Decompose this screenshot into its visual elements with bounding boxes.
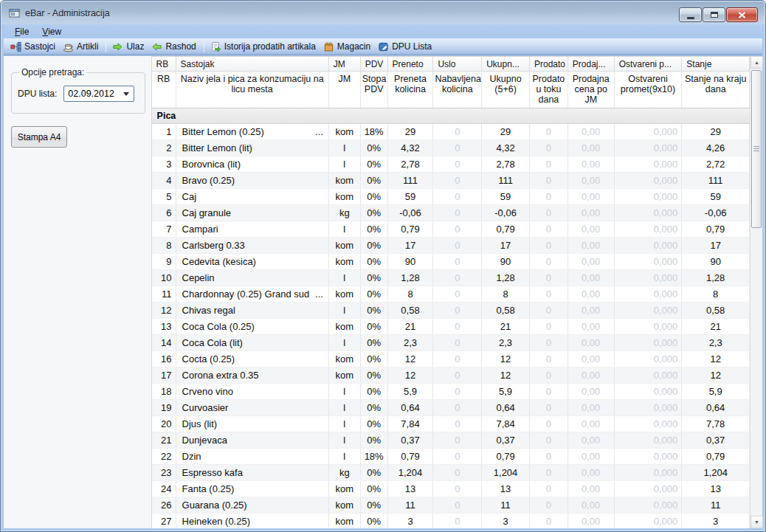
table-row[interactable]: 27Heineken (0.25)kom0%30300,000,0003 xyxy=(152,514,750,528)
cell-prodajna: 0,00 xyxy=(568,481,615,497)
cell-prodajna: 0,00 xyxy=(568,514,615,528)
table-row[interactable]: 2Bitter Lemon (lit)l0%4,3204,3200,000,00… xyxy=(152,140,750,156)
table-row[interactable]: 13Coca Cola (0.25)kom0%2102100,000,00021 xyxy=(152,319,750,335)
column-subheader-rb: RB xyxy=(152,72,176,108)
table-row[interactable]: 20Djus (lit)l0%7,8407,8400,000,0007,78 xyxy=(152,416,750,432)
item-name: Cedevita (kesica) xyxy=(182,256,256,267)
table-row[interactable]: 3Borovnica (lit)l0%2,7802,7800,000,0002,… xyxy=(152,156,750,173)
scroll-down-button[interactable]: ▼ xyxy=(751,516,763,528)
table-row[interactable]: 18Crveno vinol0%5,905,900,000,0005,9 xyxy=(152,384,750,400)
column-header-prodato[interactable]: Prodato xyxy=(530,57,568,71)
table-row[interactable]: 5Cajkom0%5905900,000,00059 xyxy=(152,189,750,205)
cell-rb: 4 xyxy=(152,173,176,188)
table-row[interactable]: 11Chardonnay (0.25) Grand sud...kom0%808… xyxy=(152,286,750,303)
cell-stanje: 2,72 xyxy=(682,156,750,172)
cell-preneto: 2,78 xyxy=(388,156,434,172)
cell-prodajna: 0,00 xyxy=(568,124,615,139)
table-row[interactable]: 26Guarana (0.25)kom0%1101100,000,00011 xyxy=(152,497,750,514)
cell-uslo: 0 xyxy=(433,303,482,318)
cell-jm: l xyxy=(329,156,361,172)
table-row[interactable]: 6Caj granulekg0%-0,060-0,0600,000,000-0,… xyxy=(152,205,750,221)
column-header-uslo[interactable]: Uslo xyxy=(433,57,482,71)
cell-preneto: 0,58 xyxy=(388,303,434,318)
column-header-sastojak[interactable]: Sastojak xyxy=(176,57,329,71)
cell-stanje: 0,37 xyxy=(682,432,750,448)
istorija-prodatih-artikala-button[interactable]: Istorija prodatih artikala xyxy=(207,41,320,53)
column-header-preneto[interactable]: Preneto xyxy=(388,57,434,71)
cell-stanje: 1,28 xyxy=(682,270,750,286)
table-row[interactable]: 12Chivas regall0%0,5800,5800,000,0000,58 xyxy=(152,303,750,319)
column-header-jm[interactable]: JM xyxy=(329,57,361,71)
cell-jm: l xyxy=(329,449,361,464)
cell-ukupno: 2,3 xyxy=(482,335,530,350)
cell-pdv: 0% xyxy=(361,238,388,253)
cell-prodajna: 0,00 xyxy=(568,270,615,286)
table-row[interactable]: 4Bravo (0.25)kom0%111011100,000,000111 xyxy=(152,173,750,189)
table-row[interactable]: 22Dzinl18%0,7900,7900,000,0000,79 xyxy=(152,449,750,465)
cell-stanje: 29 xyxy=(682,124,750,139)
arrow-left-icon xyxy=(151,41,162,52)
table-row[interactable]: 16Cocta (0.25)kom0%1201200,000,00012 xyxy=(152,351,750,367)
table-row[interactable]: 21Dunjevacal0%0,3700,3700,000,0000,37 xyxy=(152,432,750,449)
cell-stanje: 0,64 xyxy=(682,400,750,415)
cell-jm: l xyxy=(329,384,361,399)
artikli-button[interactable]: Artikli xyxy=(60,41,103,53)
magacin-label: Magacin xyxy=(337,41,370,52)
magacin-button[interactable]: Magacin xyxy=(320,41,375,53)
table-row[interactable]: 10Cepelinl0%1,2801,2800,000,0001,28 xyxy=(152,270,750,286)
dpu-lista-combobox[interactable]: 02.09.2012 xyxy=(63,86,134,102)
dpu-lista-button[interactable]: DPU Lista xyxy=(375,41,436,53)
close-button[interactable] xyxy=(726,7,758,22)
restore-button[interactable] xyxy=(703,7,725,22)
table-row[interactable]: 7Camparil0%0,7900,7900,000,0000,79 xyxy=(152,221,750,238)
column-header-ostvareni[interactable]: Ostvareni p... xyxy=(615,57,683,71)
cell-sastojak: Heineken (0.25) xyxy=(176,514,329,528)
cell-uslo: 0 xyxy=(433,205,482,221)
cell-jm: kom xyxy=(329,173,361,188)
column-header-pdv[interactable]: PDV xyxy=(361,57,388,71)
sastojci-button[interactable]: Sastojci xyxy=(7,41,60,53)
cell-ostvareni: 0,000 xyxy=(615,465,683,480)
column-header-ukupno[interactable]: Ukupn... xyxy=(482,57,530,71)
item-name: Espresso kafa xyxy=(182,467,243,478)
menu-view[interactable]: View xyxy=(35,25,68,38)
ulaz-button[interactable]: Ulaz xyxy=(109,41,148,53)
minimize-button[interactable] xyxy=(679,7,702,22)
column-header-rb[interactable]: RB xyxy=(152,57,176,71)
table-row[interactable]: 1Bitter Lemon (0.25)...kom18%2902900,000… xyxy=(152,124,750,140)
table-row[interactable]: 9Cedevita (kesica)kom0%9009000,000,00090 xyxy=(152,254,750,270)
vertical-scrollbar[interactable]: ▲ ▼ xyxy=(750,56,762,528)
cell-prodato: 0 xyxy=(530,270,568,286)
cell-prodato: 0 xyxy=(530,156,568,172)
toolbar: SastojciArtikliUlazRashodIstorija prodat… xyxy=(4,38,762,55)
table-row[interactable]: 17Corona extra 0.35kom0%1201200,000,0001… xyxy=(152,367,750,384)
cell-sastojak: Espresso kafa xyxy=(176,465,329,480)
scroll-up-button[interactable]: ▲ xyxy=(751,56,763,69)
cell-prodajna: 0,00 xyxy=(568,221,615,237)
scrollbar-thumb[interactable] xyxy=(751,70,762,228)
rashod-button[interactable]: Rashod xyxy=(148,41,200,53)
stampa-a4-button[interactable]: Stampa A4 xyxy=(11,126,67,148)
groupbox-title: Opcije pretraga: xyxy=(19,67,86,77)
cell-jm: l xyxy=(329,270,361,286)
cell-stanje: 12 xyxy=(682,351,750,367)
menu-file[interactable]: File xyxy=(8,25,35,38)
cell-jm: l xyxy=(329,416,361,432)
column-header-stanje[interactable]: Stanje xyxy=(682,57,750,71)
cell-preneto: 2,3 xyxy=(388,335,434,350)
item-name: Heineken (0.25) xyxy=(182,516,251,527)
table-row[interactable]: 23Espresso kafakg0%1,20401,20400,000,000… xyxy=(152,465,750,481)
cell-jm: l xyxy=(329,432,361,448)
cell-prodato: 0 xyxy=(530,384,568,399)
hierarchy-icon xyxy=(10,41,21,52)
table-row[interactable]: 14Coca Cola (lit)l0%2,302,300,000,0002,3 xyxy=(152,335,750,351)
table-row[interactable]: 8Carlsberg 0.33kom0%1701700,000,00017 xyxy=(152,238,750,254)
cell-sastojak: Bravo (0.25) xyxy=(176,173,329,188)
table-row[interactable]: 19Curvoasierl0%0,6400,6400,000,0000,64 xyxy=(152,400,750,416)
column-header-prodajna[interactable]: Prodaj... xyxy=(568,57,615,71)
table-row[interactable]: 24Fanta (0.25)kom0%1301300,000,00013 xyxy=(152,481,750,497)
cell-jm: kom xyxy=(329,514,361,528)
chevron-down-icon xyxy=(123,92,129,96)
cell-prodajna: 0,00 xyxy=(568,303,615,318)
column-subheader-pdv: Stopa PDV xyxy=(361,72,388,108)
